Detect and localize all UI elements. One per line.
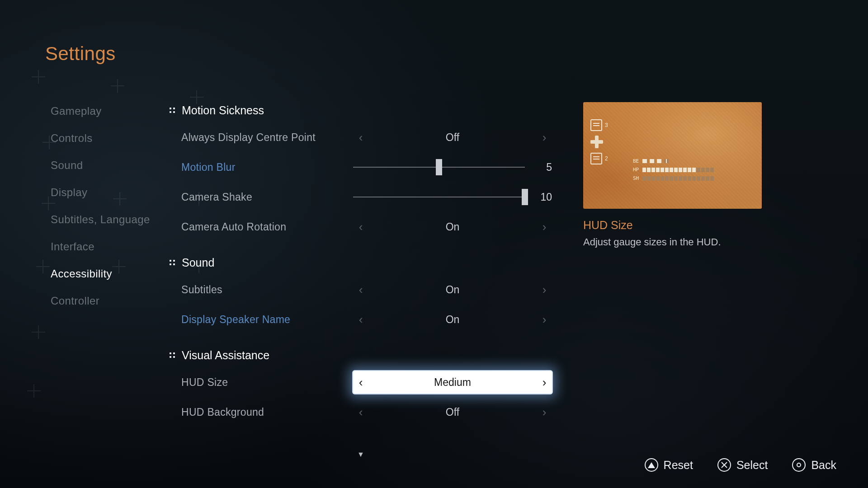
row-subtitles[interactable]: Subtitles ‹ On › [170, 278, 540, 301]
selector-value: On [368, 221, 537, 233]
row-display-speaker-name[interactable]: Display Speaker Name ‹ On › [170, 308, 540, 331]
sidebar-item-accessibility[interactable]: Accessibility [51, 267, 168, 280]
row-always-centre-point[interactable]: Always Display Centre Point ‹ Off › [170, 126, 540, 149]
chevron-right-icon[interactable]: › [537, 313, 552, 327]
selector-always-centre-point[interactable]: ‹ Off › [353, 126, 552, 149]
slider-thumb[interactable] [522, 189, 528, 205]
chevron-right-icon[interactable]: › [537, 220, 552, 234]
row-hud-background[interactable]: HUD Background ‹ Off › [170, 401, 540, 423]
row-hud-size[interactable]: HUD Size ‹ Medium › [170, 371, 540, 394]
chevron-right-icon[interactable]: › [537, 405, 552, 419]
hud-preview-count-top: 3 [605, 122, 608, 128]
hud-preview-count-bottom: 2 [605, 155, 608, 162]
row-label: Subtitles [181, 284, 353, 296]
row-camera-auto-rotation[interactable]: Camera Auto Rotation ‹ On › [170, 216, 540, 238]
section-dots-icon [170, 352, 175, 358]
settings-sidebar: Gameplay Controls Sound Display Subtitle… [51, 105, 168, 307]
circle-icon [792, 458, 806, 472]
selector-hud-background[interactable]: ‹ Off › [353, 401, 552, 423]
row-label: Always Display Centre Point [181, 131, 353, 144]
chevron-right-icon[interactable]: › [537, 283, 552, 297]
hud-preview-image: 3 2 BE HP SH [583, 102, 762, 209]
selector-camera-auto-rotation[interactable]: ‹ On › [353, 216, 552, 238]
sidebar-item-subtitles[interactable]: Subtitles, Language [51, 213, 168, 226]
chevron-left-icon[interactable]: ‹ [353, 131, 368, 145]
slider-value: 5 [537, 161, 552, 174]
selector-value: On [368, 314, 537, 326]
chevron-right-icon[interactable]: › [537, 375, 552, 389]
section-dots-icon [170, 108, 175, 113]
selector-display-speaker-name[interactable]: ‹ On › [353, 308, 552, 331]
selector-value: Off [368, 406, 537, 418]
sidebar-item-controller[interactable]: Controller [51, 295, 168, 307]
selector-subtitles[interactable]: ‹ On › [353, 278, 552, 301]
sidebar-item-gameplay[interactable]: Gameplay [51, 105, 168, 117]
page-title: Settings [45, 43, 116, 65]
reset-label: Reset [664, 459, 693, 472]
chevron-left-icon[interactable]: ‹ [353, 375, 368, 389]
row-label: Motion Blur [181, 161, 353, 174]
slider-thumb[interactable] [436, 159, 442, 175]
section-title: Motion Sickness [182, 104, 264, 117]
slider-track[interactable] [353, 167, 525, 168]
row-motion-blur[interactable]: Motion Blur 5 [170, 156, 540, 178]
row-label: Camera Shake [181, 191, 353, 203]
selector-value: Off [368, 131, 537, 144]
detail-panel: 3 2 BE HP SH HUD Size Adjust gauge sizes… [583, 102, 762, 248]
row-label: Camera Auto Rotation [181, 221, 353, 233]
chevron-left-icon[interactable]: ‹ [353, 220, 368, 234]
chevron-left-icon[interactable]: ‹ [353, 283, 368, 297]
selector-value: Medium [368, 376, 537, 389]
section-header-visual-assistance: Visual Assistance [170, 349, 540, 362]
row-label: HUD Background [181, 406, 353, 418]
slider-motion-blur[interactable]: 5 [353, 161, 552, 174]
section-title: Sound [182, 256, 214, 269]
back-label: Back [811, 459, 836, 472]
select-label: Select [736, 459, 768, 472]
sidebar-item-interface[interactable]: Interface [51, 240, 168, 253]
selector-value: On [368, 284, 537, 296]
cross-icon [717, 458, 731, 472]
chevron-right-icon[interactable]: › [537, 131, 552, 145]
slider-camera-shake[interactable]: 10 [353, 191, 552, 203]
row-label: Display Speaker Name [181, 314, 353, 326]
section-header-motion-sickness: Motion Sickness [170, 104, 540, 117]
sidebar-item-display[interactable]: Display [51, 186, 168, 199]
sidebar-item-controls[interactable]: Controls [51, 132, 168, 145]
select-button[interactable]: Select [717, 458, 768, 472]
section-dots-icon [170, 260, 175, 266]
section-header-sound: Sound [170, 256, 540, 269]
row-camera-shake[interactable]: Camera Shake 10 [170, 186, 540, 208]
reset-button[interactable]: Reset [645, 458, 693, 472]
slider-track[interactable] [353, 197, 525, 197]
detail-description: Adjust gauge sizes in the HUD. [583, 236, 762, 248]
detail-title: HUD Size [583, 219, 762, 232]
slider-value: 10 [537, 191, 552, 203]
scroll-down-icon[interactable]: ▼ [357, 450, 364, 459]
settings-main: Motion Sickness Always Display Centre Po… [170, 104, 540, 423]
footer-actions: Reset Select Back [645, 458, 836, 472]
chevron-left-icon[interactable]: ‹ [353, 405, 368, 419]
section-title: Visual Assistance [182, 349, 269, 362]
back-button[interactable]: Back [792, 458, 836, 472]
triangle-icon [645, 458, 658, 472]
chevron-left-icon[interactable]: ‹ [353, 313, 368, 327]
selector-hud-size[interactable]: ‹ Medium › [353, 371, 552, 394]
sidebar-item-sound[interactable]: Sound [51, 159, 168, 172]
row-label: HUD Size [181, 376, 353, 389]
